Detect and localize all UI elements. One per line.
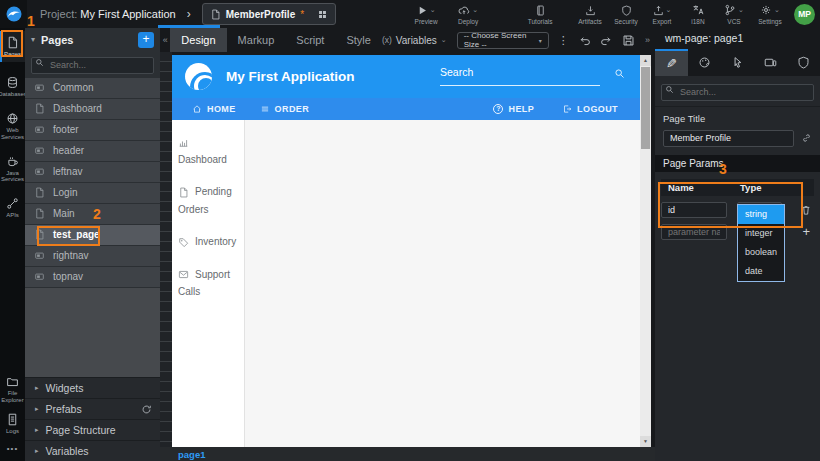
tab-markup[interactable]: Markup xyxy=(227,28,286,52)
add-param-button[interactable]: + xyxy=(802,224,810,239)
page-item-leftnav[interactable]: leftnav xyxy=(25,162,160,182)
nav-item-pending-orders[interactable]: Pending Orders xyxy=(178,183,242,218)
page-item-topnav[interactable]: topnav xyxy=(25,267,160,287)
tab-events[interactable] xyxy=(721,49,754,76)
save-button[interactable] xyxy=(622,34,635,47)
scroll-up-icon[interactable]: ▲ xyxy=(640,55,651,66)
tab-style[interactable]: Style xyxy=(335,28,381,52)
help-icon: ? xyxy=(493,104,503,114)
page-title-input[interactable] xyxy=(663,130,794,147)
top-bar: Project: My First Application › MemberPr… xyxy=(0,0,820,28)
deploy-button[interactable]: ⌄ Deploy xyxy=(450,4,486,25)
rail-item-pages[interactable]: Pages xyxy=(0,31,25,62)
app-search-input[interactable]: Search xyxy=(440,66,600,86)
file-tab-name: MemberProfile xyxy=(226,9,295,20)
app-body: Dashboard Pending Orders Inventory Suppo… xyxy=(172,120,640,447)
page-item-test-page[interactable]: test_page xyxy=(25,225,160,245)
section-widgets[interactable]: ▸Widgets xyxy=(25,377,160,398)
vcs-button[interactable]: ⌄ VCS xyxy=(716,4,752,25)
param-name-input[interactable] xyxy=(661,202,727,218)
type-option-string[interactable]: string xyxy=(738,205,784,224)
menu-logout[interactable]: LOGOUT xyxy=(562,104,618,114)
pages-search xyxy=(25,51,160,78)
page-item-login[interactable]: Login xyxy=(25,183,160,203)
pages-panel: ▾ Pages + Common Dashboard footer header… xyxy=(25,28,160,461)
i18n-button[interactable]: i18N xyxy=(680,4,716,25)
rail-item-databases[interactable]: Databases xyxy=(0,71,25,102)
scrollbar-thumb[interactable] xyxy=(641,67,650,149)
tab-properties[interactable]: ✎ xyxy=(655,49,688,76)
settings-button[interactable]: ⌄ Settings xyxy=(752,4,788,25)
page-item-common[interactable]: Common xyxy=(25,78,160,98)
design-canvas[interactable]: My First Application Search HOME ORDER ?… xyxy=(172,55,640,447)
artifacts-button[interactable]: Artifacts xyxy=(572,4,608,25)
pages-search-input[interactable] xyxy=(31,57,154,74)
section-page-structure[interactable]: ▸Page Structure xyxy=(25,419,160,440)
menu-order[interactable]: ORDER xyxy=(260,104,310,114)
section-prefabs[interactable]: ▸Prefabs xyxy=(25,398,160,419)
rail-item-file-explorer[interactable]: File Explorer xyxy=(0,370,25,408)
rail-more-button[interactable]: ••• xyxy=(0,439,25,457)
wavemaker-logo[interactable] xyxy=(0,0,27,28)
export-button[interactable]: ⌄ i18N Export xyxy=(644,4,680,25)
collapse-caret-icon[interactable]: ▾ xyxy=(31,35,35,44)
more-options-icon[interactable]: ⋮ xyxy=(558,34,569,47)
rail-item-web-services[interactable]: Web Services xyxy=(0,107,25,145)
refresh-icon[interactable] xyxy=(141,404,152,415)
tab-design[interactable]: Design xyxy=(170,28,226,52)
rail-item-apis[interactable]: APIs xyxy=(0,192,25,223)
page-title-group: Page Title xyxy=(655,107,820,155)
page-title-label: Page Title xyxy=(663,113,812,124)
screen-size-select[interactable]: -- Choose Screen Size -- ▾ xyxy=(457,32,549,49)
section-variables[interactable]: ▸Variables xyxy=(25,440,160,461)
tab-script[interactable]: Script xyxy=(285,28,335,52)
selected-widget-header: wm-page: page1 xyxy=(655,28,820,49)
canvas-scrollbar[interactable]: ▲ ▼ xyxy=(640,55,651,447)
variables-dropdown[interactable]: (x) Variables ⌄ xyxy=(382,35,447,46)
dashboard-grid-icon[interactable] xyxy=(317,9,328,20)
collapse-left-icon[interactable]: « xyxy=(160,35,170,45)
page-item-rightnav[interactable]: rightnav xyxy=(25,246,160,266)
type-option-boolean[interactable]: boolean xyxy=(738,243,784,262)
nav-item-dashboard[interactable]: Dashboard xyxy=(178,133,242,168)
page-item-footer[interactable]: footer xyxy=(25,120,160,140)
delete-param-button[interactable] xyxy=(800,204,812,216)
pages-list-empty-area xyxy=(25,288,160,378)
app-content-area[interactable] xyxy=(245,120,640,447)
page-params-section-header[interactable]: Page Params xyxy=(655,155,820,172)
rail-item-logs[interactable]: Logs xyxy=(0,408,25,439)
nav-item-inventory[interactable]: Inventory xyxy=(178,233,242,251)
tab-security[interactable] xyxy=(787,49,820,76)
type-option-integer[interactable]: integer xyxy=(738,224,784,243)
user-avatar[interactable]: MP xyxy=(794,4,815,25)
search-icon[interactable] xyxy=(614,68,625,79)
menu-home[interactable]: HOME xyxy=(192,104,236,114)
security-button[interactable]: Security xyxy=(608,4,644,25)
breadcrumb-chevron-icon: › xyxy=(187,7,191,21)
new-param-name-input[interactable] xyxy=(661,224,727,240)
redo-button[interactable] xyxy=(600,34,613,47)
scroll-down-icon[interactable]: ▼ xyxy=(640,436,651,447)
add-page-button[interactable]: + xyxy=(138,32,154,48)
hamburger-icon xyxy=(260,104,270,114)
logs-icon xyxy=(6,413,19,426)
bind-link-icon[interactable] xyxy=(801,132,812,144)
type-option-date[interactable]: date xyxy=(738,262,784,281)
project-name: My First Application xyxy=(80,8,175,20)
properties-search-input[interactable] xyxy=(661,84,814,101)
page-item-dashboard[interactable]: Dashboard xyxy=(25,99,160,119)
menu-help[interactable]: ? HELP xyxy=(493,104,534,114)
rail-item-java-services[interactable]: Java Services xyxy=(0,150,25,188)
status-page-tab[interactable]: page1 xyxy=(178,449,205,460)
tab-styles[interactable] xyxy=(688,49,721,76)
preview-button[interactable]: ⌄ Preview xyxy=(408,4,444,25)
file-tab-memberprofile[interactable]: MemberProfile * xyxy=(202,3,336,25)
app-left-nav: Dashboard Pending Orders Inventory Suppo… xyxy=(172,120,245,447)
nav-item-support-calls[interactable]: Support Calls xyxy=(178,266,242,301)
undo-button[interactable] xyxy=(578,34,591,47)
tab-devices[interactable] xyxy=(754,49,787,76)
tutorials-button[interactable]: Tutorials xyxy=(522,4,558,25)
page-icon xyxy=(210,9,221,20)
expand-right-icon[interactable]: » xyxy=(642,35,653,45)
page-item-header[interactable]: header xyxy=(25,141,160,161)
